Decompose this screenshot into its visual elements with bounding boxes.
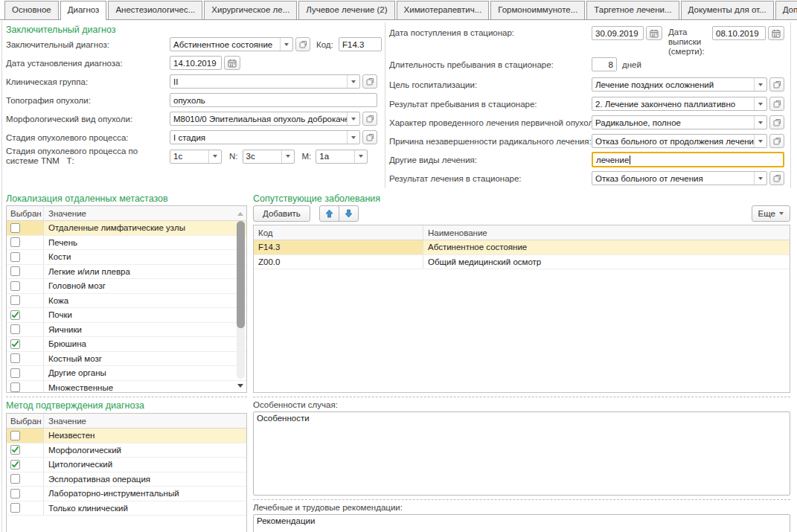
value-cell[interactable]: Морфологический xyxy=(44,443,246,458)
checkbox-cell[interactable] xyxy=(7,458,44,472)
value-cell[interactable]: Отдаленные лимфатические узлы xyxy=(44,221,246,235)
morphology-combo[interactable]: М8010/0 Эпителиальная опухоль доброкачес… xyxy=(170,112,360,126)
table-row[interactable]: Почки xyxy=(7,308,246,323)
value-cell[interactable]: Костный мозг xyxy=(44,352,246,366)
table-row[interactable]: Костный мозг xyxy=(7,352,246,367)
checkbox-cell[interactable] xyxy=(7,472,44,487)
calendar-icon[interactable] xyxy=(768,26,784,40)
value-cell[interactable]: Головной мозг xyxy=(44,279,246,293)
checkbox[interactable] xyxy=(10,431,20,440)
recommendations-textarea[interactable]: Рекомендации xyxy=(253,514,790,532)
table-row[interactable]: Легкие и/или плевра xyxy=(7,265,246,280)
value-cell[interactable]: Почки xyxy=(44,308,246,322)
chevron-down-icon[interactable] xyxy=(754,172,766,185)
open-icon[interactable] xyxy=(362,74,377,89)
checkbox[interactable] xyxy=(10,445,20,455)
open-icon[interactable] xyxy=(769,134,784,148)
case-features-textarea[interactable]: Особенности xyxy=(253,411,790,496)
tnm-n-combo[interactable]: 3c xyxy=(243,150,295,164)
tab[interactable]: Анестезиологичес... xyxy=(108,1,202,19)
table-row[interactable]: Кости xyxy=(7,250,246,265)
duration-input[interactable]: 8 xyxy=(592,57,617,71)
table-row[interactable]: Головной мозг xyxy=(7,279,246,294)
checkbox[interactable] xyxy=(10,281,20,291)
more-button[interactable]: Еще xyxy=(752,205,790,222)
open-icon[interactable] xyxy=(362,130,377,144)
calendar-icon[interactable] xyxy=(224,56,240,70)
table-row[interactable]: Кожа xyxy=(7,294,246,309)
open-icon[interactable] xyxy=(769,97,784,111)
tab[interactable]: Дополнительно xyxy=(775,1,797,19)
checkbox[interactable] xyxy=(10,252,20,262)
table-row[interactable]: Множественные xyxy=(7,381,246,394)
value-cell[interactable]: Яичники xyxy=(44,323,246,337)
tab[interactable]: Гормоноиммуноте... xyxy=(490,1,585,19)
calendar-icon[interactable] xyxy=(646,26,662,40)
name-cell[interactable]: Абстинентное состояние xyxy=(423,240,790,254)
checkbox[interactable] xyxy=(10,237,20,247)
clinical-group-combo[interactable]: II xyxy=(170,74,360,89)
table-row[interactable]: Только клинический xyxy=(7,501,246,516)
table-row[interactable]: Брюшина xyxy=(7,337,246,352)
chevron-down-icon[interactable] xyxy=(347,75,359,88)
checkbox-cell[interactable] xyxy=(7,265,44,279)
table-row[interactable]: Z00.0 Общий медицинский осмотр xyxy=(254,255,790,270)
treatment-result-combo[interactable]: Отказ больного от лечения xyxy=(592,171,767,185)
incomplete-reason-combo[interactable]: Отказ больного от продолжения лечения xyxy=(592,134,767,148)
checkbox-cell[interactable] xyxy=(7,279,44,293)
move-up-button[interactable] xyxy=(319,205,339,222)
tab[interactable]: Таргетное лечени... xyxy=(586,1,679,19)
stay-result-combo[interactable]: 2. Лечение закончено паллиативно xyxy=(592,97,767,111)
checkbox[interactable] xyxy=(10,382,20,392)
treatment-nature-combo[interactable]: Радикальное, полное xyxy=(592,115,767,129)
topography-input[interactable]: опухоль xyxy=(170,93,377,107)
chevron-down-icon[interactable] xyxy=(754,116,766,129)
value-cell[interactable]: Неизвестен xyxy=(44,429,246,443)
chevron-down-icon[interactable] xyxy=(347,131,359,144)
value-cell[interactable]: Только клинический xyxy=(44,501,246,516)
value-cell[interactable]: Кожа xyxy=(44,294,246,308)
checkbox-cell[interactable] xyxy=(7,337,44,351)
chevron-down-icon[interactable] xyxy=(280,38,292,51)
checkbox[interactable] xyxy=(10,324,20,334)
other-treatment-input[interactable]: лечение xyxy=(592,152,784,167)
checkbox-cell[interactable] xyxy=(7,221,44,235)
splitter[interactable] xyxy=(6,397,247,397)
open-icon[interactable] xyxy=(295,37,310,51)
checkbox[interactable] xyxy=(10,460,20,469)
splitter[interactable] xyxy=(253,499,790,500)
stage-combo[interactable]: I стадия xyxy=(170,130,360,144)
scrollbar[interactable] xyxy=(235,207,246,391)
add-button[interactable]: Добавить xyxy=(253,205,310,222)
checkbox-cell[interactable] xyxy=(7,381,44,394)
checkbox[interactable] xyxy=(10,489,20,499)
scroll-down-icon[interactable] xyxy=(235,379,246,391)
value-cell[interactable]: Легкие и/или плевра xyxy=(44,265,246,279)
tab[interactable]: Диагноз xyxy=(60,1,107,20)
value-cell[interactable]: Печень xyxy=(44,236,246,250)
goal-combo[interactable]: Лечение поздних осложнений xyxy=(592,77,767,92)
checkbox-cell[interactable] xyxy=(7,366,44,380)
checkbox[interactable] xyxy=(10,339,20,349)
chevron-down-icon[interactable] xyxy=(354,150,367,163)
checkbox[interactable] xyxy=(10,310,20,320)
value-cell[interactable]: Брюшина xyxy=(44,337,246,351)
open-icon[interactable] xyxy=(362,112,377,126)
checkbox-cell[interactable] xyxy=(7,487,44,501)
open-icon[interactable] xyxy=(769,77,784,92)
open-icon[interactable] xyxy=(769,171,784,185)
code-cell[interactable]: Z00.0 xyxy=(254,255,423,269)
table-row[interactable]: Неизвестен xyxy=(7,429,246,443)
name-cell[interactable]: Общий медицинский осмотр xyxy=(423,255,790,269)
table-row[interactable]: Печень xyxy=(7,236,246,251)
table-row[interactable]: Морфологический xyxy=(7,443,246,458)
code-cell[interactable]: F14.3 xyxy=(254,240,423,254)
chevron-down-icon[interactable] xyxy=(208,150,221,163)
chevron-down-icon[interactable] xyxy=(347,112,359,125)
chevron-down-icon[interactable] xyxy=(754,97,766,110)
tab[interactable]: Основное xyxy=(4,1,59,19)
table-row[interactable]: Цитологический xyxy=(7,458,246,472)
tab[interactable]: Химиотерапевтич... xyxy=(397,1,490,19)
checkbox-cell[interactable] xyxy=(7,250,44,264)
table-row[interactable]: Другие органы xyxy=(7,366,246,381)
